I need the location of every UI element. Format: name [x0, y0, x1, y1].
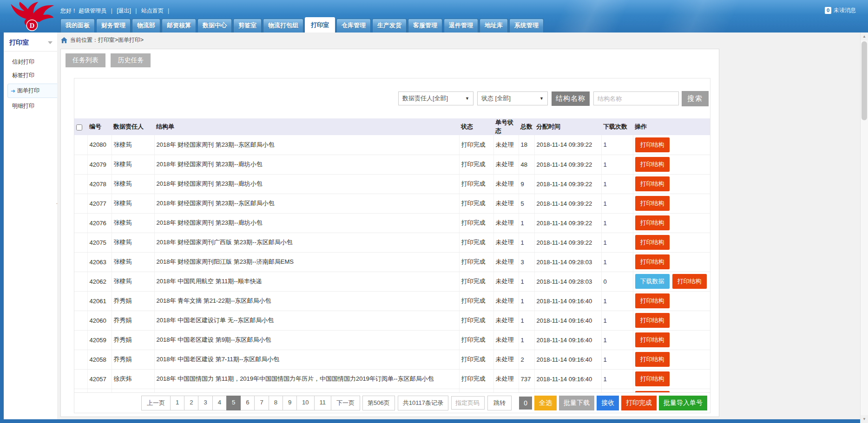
download-data-button[interactable]: 下载数据 — [635, 274, 670, 289]
unread-label: 未读消息 — [834, 7, 856, 13]
page-9[interactable]: 9 — [283, 396, 297, 410]
sidebar-item-明细打印[interactable]: 明细打印 — [4, 99, 57, 113]
table-row: 42061乔秀娟2018年 青年文摘 第21-22期--东区邮局小包打印完成未处… — [74, 291, 710, 311]
print-structure-button[interactable]: 打印结构 — [635, 215, 670, 230]
page-11[interactable]: 11 — [314, 396, 332, 410]
print-structure-button[interactable]: 打印结构 — [635, 176, 670, 191]
select-all-button[interactable]: 全选 — [534, 396, 557, 410]
column-header-结构单: 结构单 — [154, 118, 459, 135]
sidebar-item-面单打印[interactable]: ➜面单打印 — [7, 84, 57, 98]
home-icon — [61, 37, 67, 43]
page-5[interactable]: 5 — [226, 396, 241, 410]
sidebar-title[interactable]: 打印室 — [4, 33, 57, 52]
tab-数据中心[interactable]: 数据中心 — [197, 19, 232, 33]
receive-button[interactable]: 接收 — [597, 396, 619, 410]
structure-name-label: 结构名称 — [552, 91, 590, 106]
tab-物流打包组[interactable]: 物流打包组 — [263, 19, 303, 33]
select-all-checkbox[interactable] — [76, 124, 82, 130]
batch-download-button[interactable]: 批量下载 — [559, 396, 594, 410]
goto-button[interactable]: 跳转 — [487, 396, 512, 410]
tab-生产发货[interactable]: 生产发货 — [372, 19, 407, 33]
print-structure-button[interactable]: 打印结构 — [635, 293, 670, 308]
scrollbar-down-arrow-icon[interactable]: ▼ — [861, 415, 868, 423]
tab-仓库管理[interactable]: 仓库管理 — [336, 19, 371, 33]
page-2[interactable]: 2 — [184, 396, 198, 410]
page-info: 第506页 — [362, 396, 395, 410]
table-row: 42057徐庆炜2018年 中国国情国力 第11期，2019年中国国情国力年历片… — [74, 369, 710, 389]
batch-import-tracking-button[interactable]: 批量导入单号 — [659, 396, 707, 410]
tab-邮资核算[interactable]: 邮资核算 — [162, 19, 196, 33]
nav-tabs: 我的面板财务管理物流部邮资核算数据中心剪签室物流打包组打印室仓库管理生产发货客服… — [60, 17, 545, 33]
user-name-link[interactable]: 超级管理员 — [79, 7, 106, 14]
print-structure-button[interactable]: 打印结构 — [635, 371, 670, 386]
page-10[interactable]: 10 — [296, 396, 314, 410]
page-3[interactable]: 3 — [198, 396, 212, 410]
table-row: 42078张棣筠2018年 财经国家周刊 第23期--廊坊小包打印完成未处理92… — [74, 174, 710, 194]
batch-buttons: 全选批量下载接收打印完成批量导入单号 — [534, 396, 707, 410]
logo: D — [6, 1, 56, 33]
table-header-row: 编号数据责任人结构单状态单号状态总数分配时间下载次数操作 — [74, 118, 710, 135]
tab-退件管理[interactable]: 退件管理 — [444, 19, 478, 33]
sidebar-item-标签打印[interactable]: 标签打印 — [4, 69, 57, 82]
structure-name-input[interactable] — [593, 91, 679, 105]
page-6[interactable]: 6 — [240, 396, 255, 410]
column-header-总数: 总数 — [519, 118, 534, 135]
greeting-text: 您好！ — [60, 7, 77, 14]
breadcrumb-label: 当前位置： — [70, 36, 98, 44]
content-panel: 任务列表 历史任务 数据责任人[全部] ▼ 状态 [全部] ▼ 结构名称 搜索 — [60, 49, 719, 417]
print-structure-button[interactable]: 打印结构 — [635, 254, 670, 269]
print-structure-button[interactable]: 打印结构 — [635, 332, 670, 347]
table-row: 42080张棣筠2018年 财经国家周刊 第23期--东区邮局小包打印完成未处理… — [74, 135, 710, 155]
status-select[interactable]: 状态 [全部] ▼ — [477, 91, 548, 105]
tab-地址库[interactable]: 地址库 — [480, 19, 508, 33]
table-row: 42075张棣筠2018年 财经国家周刊广西版 第23期--东区邮局小包打印完成… — [74, 233, 710, 252]
vertical-scrollbar[interactable]: ▲ ▼ — [860, 33, 868, 423]
tab-我的面板[interactable]: 我的面板 — [60, 19, 95, 33]
table-row: 42063张棣筠2018年 财经国家周刊阳江版 第23期--济南邮局EMS打印完… — [74, 252, 710, 272]
scrollbar-thumb[interactable] — [861, 41, 867, 120]
filter-row: 数据责任人[全部] ▼ 状态 [全部] ▼ 结构名称 搜索 — [74, 78, 710, 118]
selected-count: 0 — [519, 397, 532, 410]
table-row: 42058乔秀娟2018年 中国老区建设 第7-11期--东区邮局小包打印完成未… — [74, 350, 710, 369]
print-structure-button[interactable]: 打印结构 — [635, 352, 670, 367]
task-list-button[interactable]: 任务列表 — [66, 53, 105, 67]
tab-物流部[interactable]: 物流部 — [132, 19, 160, 33]
print-structure-button[interactable]: 打印结构 — [635, 196, 670, 211]
page-8[interactable]: 8 — [269, 396, 283, 410]
tab-客服管理[interactable]: 客服管理 — [408, 19, 442, 33]
unread-count-badge: 0 — [825, 7, 831, 14]
select-caret-icon: ▼ — [539, 96, 544, 101]
table-row: 42076张棣筠2018年 财经国家周刊 第23期--廊坊小包打印完成未处理12… — [74, 213, 710, 233]
table-body: 42080张棣筠2018年 财经国家周刊 第23期--东区邮局小包打印完成未处理… — [74, 135, 710, 392]
tab-财务管理[interactable]: 财务管理 — [96, 19, 131, 33]
page-7[interactable]: 7 — [254, 396, 269, 410]
inner-panel: 数据责任人[全部] ▼ 状态 [全部] ▼ 结构名称 搜索 — [74, 78, 710, 413]
tab-剪签室[interactable]: 剪签室 — [233, 19, 262, 33]
logout-link[interactable]: [退出] — [117, 7, 131, 14]
print-structure-button[interactable]: 打印结构 — [635, 137, 670, 152]
print-structure-button[interactable]: 打印结构 — [672, 274, 707, 289]
table-row: 42079张棣筠2018年 财经国家周刊 第23期--廊坊小包打印完成未处理48… — [74, 155, 710, 174]
print-structure-button[interactable]: 打印结构 — [635, 313, 670, 328]
tab-系统管理[interactable]: 系统管理 — [509, 19, 544, 33]
prev-page-button[interactable]: 上一页 — [141, 396, 171, 410]
next-page-button[interactable]: 下一页 — [331, 396, 360, 410]
site-home-link[interactable]: 站点首页 — [141, 7, 164, 14]
phoenix-logo-icon: D — [6, 1, 56, 31]
print-complete-button[interactable]: 打印完成 — [621, 396, 657, 410]
owner-select[interactable]: 数据责任人[全部] ▼ — [398, 91, 473, 105]
page-4[interactable]: 4 — [212, 396, 227, 410]
print-structure-button[interactable]: 打印结构 — [635, 157, 670, 172]
scrollbar-up-arrow-icon[interactable]: ▲ — [861, 33, 868, 40]
bottom-bar: 上一页1234567891011下一页 第506页 共10117条记录 跳转 0… — [74, 392, 710, 413]
unread-messages[interactable]: 0未读消息 — [825, 7, 856, 14]
print-structure-button[interactable]: 打印结构 — [635, 235, 670, 250]
page-1[interactable]: 1 — [170, 396, 184, 410]
history-task-button[interactable]: 历史任务 — [111, 53, 151, 67]
tab-打印室[interactable]: 打印室 — [305, 17, 335, 33]
select-all-cell — [74, 118, 87, 135]
column-header-分配时间: 分配时间 — [534, 118, 601, 135]
sidebar-item-信封打印[interactable]: 信封打印 — [4, 55, 57, 69]
goto-page-input[interactable] — [451, 396, 485, 410]
search-button[interactable]: 搜索 — [682, 91, 709, 106]
